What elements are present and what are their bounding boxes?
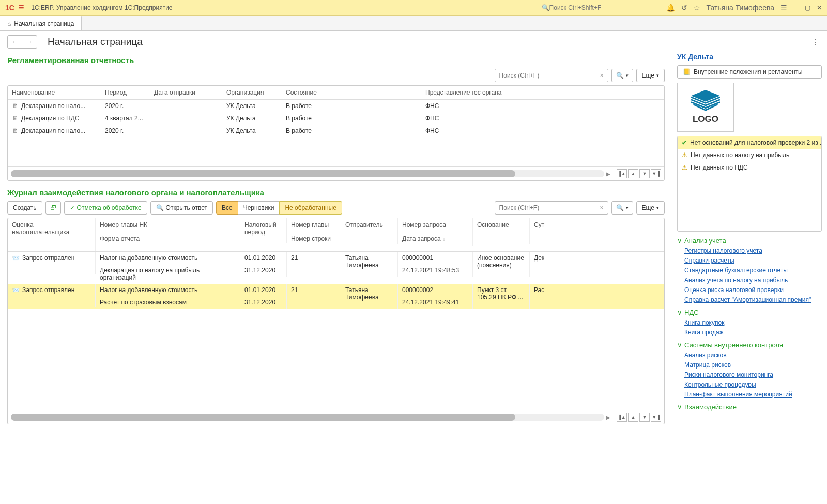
reports-search-clear-icon[interactable]: ×	[598, 72, 606, 79]
jh-period[interactable]: Налоговый период	[240, 218, 287, 243]
table-row[interactable]: 🗎Декларация по НДС4 квартал 2...УК Дельт…	[8, 112, 664, 125]
col-period[interactable]: Период	[101, 86, 150, 100]
main-menu-icon[interactable]: ≡	[19, 2, 24, 13]
nav-last-icon[interactable]: ▼▐	[651, 413, 661, 422]
chevron-down-icon: ∨	[677, 237, 682, 245]
col-sent[interactable]: Дата отправки	[150, 86, 222, 100]
side-link[interactable]: Книга покупок	[684, 319, 822, 326]
reports-more-button[interactable]: Еще ▾	[636, 69, 665, 82]
minimize-icon[interactable]: —	[792, 4, 799, 11]
col-org[interactable]: Организация	[222, 86, 282, 100]
create-button[interactable]: Создать	[7, 201, 42, 215]
side-link[interactable]: Риски налогового мониторинга	[684, 371, 822, 378]
internal-docs-label: Внутренние положения и регламенты	[694, 68, 803, 75]
scroll-right-icon[interactable]: ▶	[606, 171, 610, 177]
jh-lineno[interactable]: Номер строки	[287, 232, 341, 246]
message-text: Нет оснований для налоговой проверки 2 и…	[690, 139, 821, 146]
nav-first-icon[interactable]: ▐▲	[617, 413, 627, 422]
jh-reqdate[interactable]: Дата запроса↓	[398, 232, 473, 246]
internal-docs-button[interactable]: 📒 Внутренние положения и регламенты	[677, 65, 822, 79]
journal-more-button[interactable]: Еще ▾	[636, 201, 665, 215]
sent-icon: 📨	[12, 254, 20, 262]
company-link[interactable]: УК Дельта	[677, 53, 713, 61]
page-menu-icon[interactable]: ⋮	[811, 37, 820, 47]
col-status[interactable]: Состояние	[282, 86, 421, 100]
table-row[interactable]: 🗎Декларация по нало...2020 г.УК ДельтаВ …	[8, 100, 664, 113]
maximize-icon[interactable]: ▢	[805, 4, 810, 11]
side-link[interactable]: Матрица рисков	[684, 361, 822, 369]
mark-label: Отметка об обработке	[77, 204, 142, 211]
side-link[interactable]: Оценка риска налоговой проверки	[684, 286, 822, 294]
journal-advanced-search-button[interactable]: 🔍 ▾	[611, 201, 633, 215]
reports-search[interactable]: ×	[495, 69, 608, 82]
col-gov[interactable]: Представление гос органа	[421, 86, 664, 100]
bell-icon[interactable]: 🔔	[666, 4, 675, 12]
side-section-toggle[interactable]: ∨ Анализ учета	[677, 237, 822, 245]
history-icon[interactable]: ↺	[681, 4, 687, 12]
jh-status[interactable]: Оценка налогоплательщика	[8, 218, 96, 239]
jh-reqno[interactable]: Номер запроса	[398, 218, 473, 232]
user-name[interactable]: Татьяна Тимофеева	[707, 4, 774, 12]
nav-down-icon[interactable]: ▼	[639, 413, 650, 422]
side-section: ∨ НДСКнига покупокКнига продаж	[677, 309, 822, 336]
more-label: Еще	[642, 72, 654, 79]
copy-button[interactable]: 🗗	[45, 201, 61, 215]
global-search[interactable]: 🔍	[539, 3, 656, 12]
side-link[interactable]: Справки-расчеты	[684, 257, 822, 264]
jh-subj[interactable]: Сут	[530, 218, 664, 232]
side-link[interactable]: Справка-расчет "Амортизационная премия"	[684, 296, 822, 303]
side-section: ∨ Системы внутреннего контроляАнализ рис…	[677, 341, 822, 398]
reports-hscroll[interactable]	[11, 170, 604, 177]
filter-all[interactable]: Все	[216, 201, 238, 215]
jh-chaptno[interactable]: Номер главы	[287, 218, 341, 232]
side-section-toggle[interactable]: ∨ НДС	[677, 309, 822, 316]
jh-sender[interactable]: Отправитель	[341, 218, 398, 232]
side-section-toggle[interactable]: ∨ Взаимодействие	[677, 403, 822, 411]
jh-chapter[interactable]: Номер главы НК	[96, 218, 240, 232]
message-row[interactable]: ⚠Нет данных по НДС	[678, 161, 821, 174]
page-title: Начальная страница	[48, 36, 143, 48]
nav-up-icon[interactable]: ▲	[628, 413, 638, 422]
filter-drafts[interactable]: Черновики	[238, 201, 280, 215]
section-journal-title: Журнал взаимодействия налогового органа …	[7, 188, 665, 197]
nav-first-icon[interactable]: ▐▲	[617, 169, 627, 178]
side-link[interactable]: Анализ учета по налогу на прибыль	[684, 277, 822, 284]
search-icon: 🔍	[542, 4, 549, 11]
mark-processed-button[interactable]: ✓ Отметка об обработке	[64, 201, 147, 215]
reports-search-input[interactable]	[499, 72, 598, 79]
side-link[interactable]: План-факт выполнения мероприятий	[684, 391, 822, 398]
journal-hscroll[interactable]	[11, 414, 604, 421]
scroll-right-icon[interactable]: ▶	[606, 415, 610, 420]
open-answer-button[interactable]: 🔍 Открыть ответ	[150, 201, 213, 215]
journal-row[interactable]: 📨Запрос отправлен Налог на добавленную с…	[8, 284, 664, 309]
nav-last-icon[interactable]: ▼▐	[651, 169, 661, 178]
journal-row[interactable]: 📨Запрос отправлен Налог на добавленную с…	[8, 252, 664, 284]
menu-icon[interactable]: ☰	[780, 4, 787, 12]
message-row[interactable]: ✔Нет оснований для налоговой проверки 2 …	[678, 136, 821, 149]
reports-advanced-search-button[interactable]: 🔍 ▾	[611, 69, 633, 82]
side-link[interactable]: Контрольные процедуры	[684, 381, 822, 388]
journal-search[interactable]: ×	[495, 201, 608, 215]
col-name[interactable]: Наименование	[8, 86, 101, 100]
star-icon[interactable]: ☆	[694, 4, 700, 12]
nav-up-icon[interactable]: ▲	[628, 169, 638, 178]
nav-back[interactable]: ←	[8, 36, 22, 48]
side-link[interactable]: Стандартные бухгалтерские отчеты	[684, 267, 822, 274]
global-search-input[interactable]	[549, 4, 653, 11]
nav-forward[interactable]: →	[22, 36, 37, 48]
message-row[interactable]: ⚠Нет данных по налогу на прибыль	[678, 149, 821, 161]
chevron-down-icon: ∨	[677, 309, 682, 316]
side-link[interactable]: Анализ рисков	[684, 352, 822, 359]
tab-home[interactable]: ⌂ Начальная страница	[0, 16, 82, 30]
journal-search-clear-icon[interactable]: ×	[598, 204, 606, 211]
journal-search-input[interactable]	[499, 204, 598, 211]
side-section-toggle[interactable]: ∨ Системы внутреннего контроля	[677, 341, 822, 349]
filter-unprocessed[interactable]: Не обработанные	[279, 201, 342, 215]
side-link[interactable]: Регистры налогового учета	[684, 247, 822, 254]
side-link[interactable]: Книга продаж	[684, 329, 822, 336]
close-icon[interactable]: ✕	[817, 4, 822, 11]
table-row[interactable]: 🗎Декларация по нало...2020 г.УК ДельтаВ …	[8, 125, 664, 137]
jh-form[interactable]: Форма отчета	[96, 232, 240, 246]
nav-down-icon[interactable]: ▼	[639, 169, 650, 178]
jh-basis[interactable]: Основание	[473, 218, 530, 232]
